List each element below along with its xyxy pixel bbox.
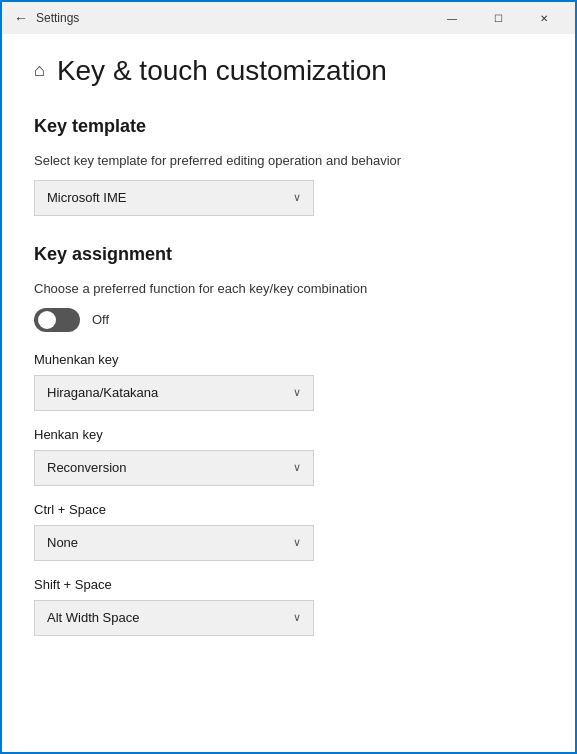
key-template-dropdown[interactable]: Microsoft IME ∨ (34, 180, 314, 216)
shift-space-chevron-icon: ∨ (293, 611, 301, 624)
key-assignment-toggle[interactable] (34, 308, 80, 332)
muhenkan-key-label: Muhenkan key (34, 352, 543, 367)
restore-button[interactable]: ☐ (475, 2, 521, 34)
ctrl-space-row: Ctrl + Space None ∨ (34, 502, 543, 561)
muhenkan-key-row: Muhenkan key Hiragana/Katakana ∨ (34, 352, 543, 411)
page-title: Key & touch customization (57, 54, 387, 88)
henkan-key-dropdown[interactable]: Reconversion ∨ (34, 450, 314, 486)
ctrl-space-chevron-icon: ∨ (293, 536, 301, 549)
shift-space-dropdown[interactable]: Alt Width Space ∨ (34, 600, 314, 636)
henkan-key-row: Henkan key Reconversion ∨ (34, 427, 543, 486)
muhenkan-chevron-icon: ∨ (293, 386, 301, 399)
toggle-knob (38, 311, 56, 329)
key-assignment-title: Key assignment (34, 244, 543, 265)
titlebar-left: ← Settings (14, 10, 79, 26)
key-template-chevron-icon: ∨ (293, 191, 301, 204)
ctrl-space-label: Ctrl + Space (34, 502, 543, 517)
toggle-label: Off (92, 312, 109, 327)
muhenkan-key-dropdown[interactable]: Hiragana/Katakana ∨ (34, 375, 314, 411)
back-button[interactable]: ← (14, 10, 28, 26)
ctrl-space-dropdown[interactable]: None ∨ (34, 525, 314, 561)
key-template-title: Key template (34, 116, 543, 137)
key-assignment-description: Choose a preferred function for each key… (34, 281, 543, 296)
content-area: ⌂ Key & touch customization Key template… (2, 34, 575, 752)
henkan-chevron-icon: ∨ (293, 461, 301, 474)
settings-window: ← Settings — ☐ ✕ ⌂ Key & touch customiza… (0, 0, 577, 754)
key-template-description: Select key template for preferred editin… (34, 153, 543, 168)
minimize-button[interactable]: — (429, 2, 475, 34)
close-button[interactable]: ✕ (521, 2, 567, 34)
key-template-dropdown-value: Microsoft IME (47, 190, 126, 205)
page-header: ⌂ Key & touch customization (34, 54, 543, 88)
henkan-key-value: Reconversion (47, 460, 127, 475)
titlebar: ← Settings — ☐ ✕ (2, 2, 575, 34)
toggle-row: Off (34, 308, 543, 332)
key-template-section: Key template Select key template for pre… (34, 116, 543, 216)
muhenkan-key-value: Hiragana/Katakana (47, 385, 158, 400)
henkan-key-label: Henkan key (34, 427, 543, 442)
shift-space-value: Alt Width Space (47, 610, 140, 625)
window-controls: — ☐ ✕ (429, 2, 567, 34)
home-icon: ⌂ (34, 60, 45, 81)
key-assignment-section: Key assignment Choose a preferred functi… (34, 244, 543, 636)
shift-space-label: Shift + Space (34, 577, 543, 592)
window-title: Settings (36, 11, 79, 25)
shift-space-row: Shift + Space Alt Width Space ∨ (34, 577, 543, 636)
ctrl-space-value: None (47, 535, 78, 550)
